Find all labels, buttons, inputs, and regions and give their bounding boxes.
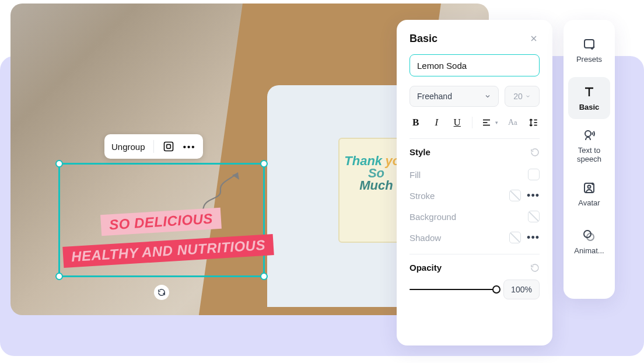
tool-text-to-speech[interactable]: Text to speech (568, 125, 610, 167)
opacity-section-title: Opacity (410, 263, 442, 273)
underline-button[interactable]: U (451, 116, 464, 129)
presets-icon (582, 37, 597, 52)
stroke-swatch[interactable] (509, 190, 521, 201)
background-row: Background (410, 206, 540, 227)
chevron-down-icon (525, 93, 531, 99)
resize-handle-tl[interactable] (55, 160, 63, 167)
align-button[interactable] (480, 116, 493, 129)
font-family-select[interactable]: Freehand (410, 86, 499, 107)
resize-handle-bl[interactable] (55, 273, 63, 280)
selection-toolbar: Ungroup ••• (104, 134, 203, 159)
tool-basic[interactable]: Basic (568, 77, 610, 119)
line-spacing-button[interactable] (527, 116, 540, 129)
basic-panel: Basic Freehand 20 B I U ▾ Aa Style (397, 20, 552, 345)
close-icon[interactable] (529, 34, 540, 44)
font-size-select[interactable]: 20 (505, 86, 540, 107)
animation-icon (582, 228, 597, 243)
tool-label: Basic (579, 103, 600, 112)
svg-point-12 (588, 185, 591, 188)
tool-label: Presets (576, 55, 602, 64)
reset-style-icon[interactable] (530, 148, 540, 157)
divider (472, 117, 473, 128)
fill-row: Fill (410, 164, 540, 185)
shadow-row: Shadow ••• (410, 227, 540, 248)
opacity-slider-thumb[interactable] (492, 285, 501, 294)
text-icon (582, 85, 597, 100)
resize-handle-br[interactable] (260, 273, 268, 280)
format-toolbar: B I U ▾ Aa (410, 113, 540, 139)
text-content-input[interactable] (410, 54, 540, 76)
more-icon[interactable]: ••• (183, 140, 196, 153)
stroke-row: Stroke ••• (410, 185, 540, 206)
shadow-label: Shadow (410, 233, 441, 243)
background-swatch[interactable] (528, 211, 540, 222)
rotate-icon[interactable] (154, 285, 169, 300)
panel-title: Basic (410, 33, 438, 45)
svg-point-10 (585, 131, 591, 137)
tool-animation[interactable]: Animat... (568, 221, 610, 263)
tool-label: Animat... (574, 247, 604, 256)
divider (153, 140, 154, 153)
font-family-value: Freehand (417, 92, 452, 101)
reset-opacity-icon[interactable] (530, 263, 540, 273)
shadow-swatch[interactable] (509, 232, 521, 243)
svg-rect-8 (584, 40, 594, 48)
bold-button[interactable]: B (410, 116, 422, 129)
tool-presets[interactable]: Presets (568, 29, 610, 71)
speech-icon (582, 128, 597, 143)
text-case-button[interactable]: Aa (506, 116, 519, 129)
tool-label: Avatar (578, 199, 600, 208)
italic-button[interactable]: I (430, 116, 443, 129)
opacity-value[interactable]: 100% (503, 280, 540, 299)
divider (410, 254, 540, 254)
font-size-value: 20 (513, 92, 523, 101)
chevron-down-icon (484, 93, 491, 100)
stroke-label: Stroke (410, 191, 435, 201)
fill-label: Fill (410, 170, 421, 180)
resize-handle-tr[interactable] (260, 160, 268, 167)
svg-point-9 (591, 47, 592, 48)
right-toolbar: Presets Basic Text to speech Avatar Anim… (564, 20, 615, 299)
background-label: Background (410, 212, 456, 222)
opacity-slider[interactable] (410, 289, 496, 290)
tool-avatar[interactable]: Avatar (568, 173, 610, 215)
style-section-title: Style (410, 147, 430, 157)
fill-swatch[interactable] (528, 169, 540, 180)
tool-label: Text to speech (568, 146, 610, 164)
card-line: Much (359, 178, 393, 193)
ungroup-button[interactable]: Ungroup (111, 142, 145, 152)
chevron-down-icon: ▾ (495, 120, 498, 125)
avatar-icon (582, 180, 597, 196)
group-icon[interactable] (162, 140, 175, 153)
svg-rect-1 (166, 145, 170, 149)
svg-rect-0 (164, 142, 173, 151)
